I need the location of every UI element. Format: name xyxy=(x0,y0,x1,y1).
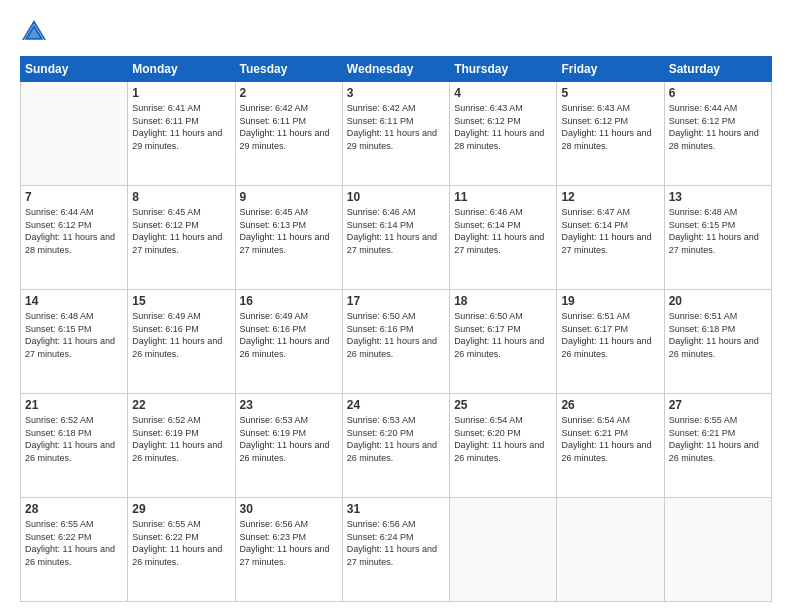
calendar-cell: 26Sunrise: 6:54 AMSunset: 6:21 PMDayligh… xyxy=(557,394,664,498)
day-info: Sunrise: 6:54 AMSunset: 6:21 PMDaylight:… xyxy=(561,414,659,464)
logo xyxy=(20,18,52,46)
day-number: 30 xyxy=(240,502,338,516)
day-info: Sunrise: 6:53 AMSunset: 6:20 PMDaylight:… xyxy=(347,414,445,464)
calendar-cell: 10Sunrise: 6:46 AMSunset: 6:14 PMDayligh… xyxy=(342,186,449,290)
day-number: 12 xyxy=(561,190,659,204)
day-info: Sunrise: 6:47 AMSunset: 6:14 PMDaylight:… xyxy=(561,206,659,256)
calendar-cell: 3Sunrise: 6:42 AMSunset: 6:11 PMDaylight… xyxy=(342,82,449,186)
day-info: Sunrise: 6:50 AMSunset: 6:17 PMDaylight:… xyxy=(454,310,552,360)
day-info: Sunrise: 6:46 AMSunset: 6:14 PMDaylight:… xyxy=(454,206,552,256)
calendar-cell xyxy=(21,82,128,186)
day-info: Sunrise: 6:42 AMSunset: 6:11 PMDaylight:… xyxy=(240,102,338,152)
day-info: Sunrise: 6:45 AMSunset: 6:12 PMDaylight:… xyxy=(132,206,230,256)
weekday-header: Tuesday xyxy=(235,57,342,82)
day-number: 27 xyxy=(669,398,767,412)
calendar-cell: 5Sunrise: 6:43 AMSunset: 6:12 PMDaylight… xyxy=(557,82,664,186)
calendar-week-row: 28Sunrise: 6:55 AMSunset: 6:22 PMDayligh… xyxy=(21,498,772,602)
day-info: Sunrise: 6:41 AMSunset: 6:11 PMDaylight:… xyxy=(132,102,230,152)
day-info: Sunrise: 6:54 AMSunset: 6:20 PMDaylight:… xyxy=(454,414,552,464)
calendar-cell: 24Sunrise: 6:53 AMSunset: 6:20 PMDayligh… xyxy=(342,394,449,498)
day-number: 9 xyxy=(240,190,338,204)
calendar-cell: 18Sunrise: 6:50 AMSunset: 6:17 PMDayligh… xyxy=(450,290,557,394)
day-number: 8 xyxy=(132,190,230,204)
calendar-cell xyxy=(450,498,557,602)
day-info: Sunrise: 6:53 AMSunset: 6:19 PMDaylight:… xyxy=(240,414,338,464)
calendar-cell: 23Sunrise: 6:53 AMSunset: 6:19 PMDayligh… xyxy=(235,394,342,498)
calendar-cell: 8Sunrise: 6:45 AMSunset: 6:12 PMDaylight… xyxy=(128,186,235,290)
weekday-header: Wednesday xyxy=(342,57,449,82)
day-info: Sunrise: 6:55 AMSunset: 6:22 PMDaylight:… xyxy=(25,518,123,568)
weekday-header: Friday xyxy=(557,57,664,82)
day-info: Sunrise: 6:56 AMSunset: 6:24 PMDaylight:… xyxy=(347,518,445,568)
page: SundayMondayTuesdayWednesdayThursdayFrid… xyxy=(0,0,792,612)
day-number: 29 xyxy=(132,502,230,516)
calendar-week-row: 14Sunrise: 6:48 AMSunset: 6:15 PMDayligh… xyxy=(21,290,772,394)
day-info: Sunrise: 6:49 AMSunset: 6:16 PMDaylight:… xyxy=(132,310,230,360)
day-number: 15 xyxy=(132,294,230,308)
day-number: 26 xyxy=(561,398,659,412)
day-number: 22 xyxy=(132,398,230,412)
day-number: 3 xyxy=(347,86,445,100)
day-number: 19 xyxy=(561,294,659,308)
day-info: Sunrise: 6:48 AMSunset: 6:15 PMDaylight:… xyxy=(25,310,123,360)
calendar-cell: 11Sunrise: 6:46 AMSunset: 6:14 PMDayligh… xyxy=(450,186,557,290)
day-number: 16 xyxy=(240,294,338,308)
day-info: Sunrise: 6:55 AMSunset: 6:22 PMDaylight:… xyxy=(132,518,230,568)
calendar-cell: 1Sunrise: 6:41 AMSunset: 6:11 PMDaylight… xyxy=(128,82,235,186)
calendar-table: SundayMondayTuesdayWednesdayThursdayFrid… xyxy=(20,56,772,602)
calendar-cell: 27Sunrise: 6:55 AMSunset: 6:21 PMDayligh… xyxy=(664,394,771,498)
day-info: Sunrise: 6:42 AMSunset: 6:11 PMDaylight:… xyxy=(347,102,445,152)
calendar-cell: 13Sunrise: 6:48 AMSunset: 6:15 PMDayligh… xyxy=(664,186,771,290)
day-number: 4 xyxy=(454,86,552,100)
calendar-cell: 31Sunrise: 6:56 AMSunset: 6:24 PMDayligh… xyxy=(342,498,449,602)
day-number: 1 xyxy=(132,86,230,100)
calendar-cell: 17Sunrise: 6:50 AMSunset: 6:16 PMDayligh… xyxy=(342,290,449,394)
day-info: Sunrise: 6:49 AMSunset: 6:16 PMDaylight:… xyxy=(240,310,338,360)
calendar-cell: 14Sunrise: 6:48 AMSunset: 6:15 PMDayligh… xyxy=(21,290,128,394)
day-number: 23 xyxy=(240,398,338,412)
calendar-cell: 28Sunrise: 6:55 AMSunset: 6:22 PMDayligh… xyxy=(21,498,128,602)
calendar-cell: 21Sunrise: 6:52 AMSunset: 6:18 PMDayligh… xyxy=(21,394,128,498)
day-info: Sunrise: 6:50 AMSunset: 6:16 PMDaylight:… xyxy=(347,310,445,360)
calendar-week-row: 7Sunrise: 6:44 AMSunset: 6:12 PMDaylight… xyxy=(21,186,772,290)
calendar-cell: 20Sunrise: 6:51 AMSunset: 6:18 PMDayligh… xyxy=(664,290,771,394)
calendar-cell: 30Sunrise: 6:56 AMSunset: 6:23 PMDayligh… xyxy=(235,498,342,602)
day-info: Sunrise: 6:52 AMSunset: 6:19 PMDaylight:… xyxy=(132,414,230,464)
day-info: Sunrise: 6:44 AMSunset: 6:12 PMDaylight:… xyxy=(669,102,767,152)
day-info: Sunrise: 6:51 AMSunset: 6:17 PMDaylight:… xyxy=(561,310,659,360)
calendar-cell: 29Sunrise: 6:55 AMSunset: 6:22 PMDayligh… xyxy=(128,498,235,602)
calendar-cell: 12Sunrise: 6:47 AMSunset: 6:14 PMDayligh… xyxy=(557,186,664,290)
day-number: 2 xyxy=(240,86,338,100)
weekday-header: Saturday xyxy=(664,57,771,82)
day-number: 28 xyxy=(25,502,123,516)
day-number: 6 xyxy=(669,86,767,100)
day-number: 31 xyxy=(347,502,445,516)
calendar-cell xyxy=(557,498,664,602)
weekday-header: Thursday xyxy=(450,57,557,82)
calendar-cell: 9Sunrise: 6:45 AMSunset: 6:13 PMDaylight… xyxy=(235,186,342,290)
day-info: Sunrise: 6:45 AMSunset: 6:13 PMDaylight:… xyxy=(240,206,338,256)
day-info: Sunrise: 6:44 AMSunset: 6:12 PMDaylight:… xyxy=(25,206,123,256)
day-number: 18 xyxy=(454,294,552,308)
logo-icon xyxy=(20,18,48,46)
calendar-cell xyxy=(664,498,771,602)
calendar-cell: 16Sunrise: 6:49 AMSunset: 6:16 PMDayligh… xyxy=(235,290,342,394)
calendar-week-row: 1Sunrise: 6:41 AMSunset: 6:11 PMDaylight… xyxy=(21,82,772,186)
day-info: Sunrise: 6:48 AMSunset: 6:15 PMDaylight:… xyxy=(669,206,767,256)
day-number: 17 xyxy=(347,294,445,308)
calendar-cell: 6Sunrise: 6:44 AMSunset: 6:12 PMDaylight… xyxy=(664,82,771,186)
day-number: 25 xyxy=(454,398,552,412)
day-info: Sunrise: 6:43 AMSunset: 6:12 PMDaylight:… xyxy=(561,102,659,152)
calendar-cell: 7Sunrise: 6:44 AMSunset: 6:12 PMDaylight… xyxy=(21,186,128,290)
day-number: 24 xyxy=(347,398,445,412)
calendar-cell: 15Sunrise: 6:49 AMSunset: 6:16 PMDayligh… xyxy=(128,290,235,394)
weekday-header: Sunday xyxy=(21,57,128,82)
day-number: 10 xyxy=(347,190,445,204)
header xyxy=(20,18,772,46)
day-number: 20 xyxy=(669,294,767,308)
day-number: 14 xyxy=(25,294,123,308)
calendar-cell: 2Sunrise: 6:42 AMSunset: 6:11 PMDaylight… xyxy=(235,82,342,186)
day-info: Sunrise: 6:46 AMSunset: 6:14 PMDaylight:… xyxy=(347,206,445,256)
calendar-cell: 22Sunrise: 6:52 AMSunset: 6:19 PMDayligh… xyxy=(128,394,235,498)
day-info: Sunrise: 6:52 AMSunset: 6:18 PMDaylight:… xyxy=(25,414,123,464)
